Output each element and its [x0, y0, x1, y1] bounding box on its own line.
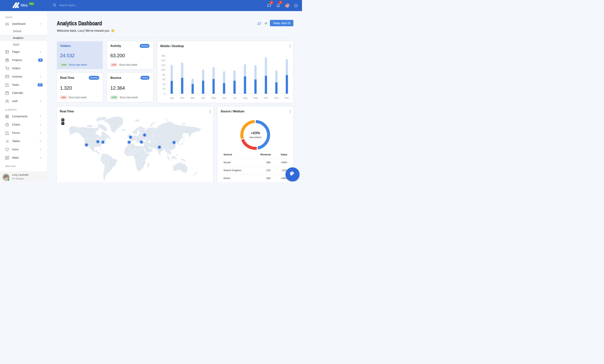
svg-text:May: May [211, 96, 216, 99]
svg-text:Apr: Apr [201, 96, 205, 99]
svg-text:Mar: Mar [190, 96, 195, 99]
svg-text:100: 100 [161, 69, 165, 71]
svg-text:80: 80 [163, 73, 165, 76]
svg-text:140: 140 [161, 59, 165, 62]
svg-text:Nov: Nov [274, 96, 278, 99]
svg-text:Jan: Jan [170, 96, 174, 99]
svg-text:160: 160 [161, 54, 165, 57]
svg-text:20: 20 [163, 88, 165, 90]
svg-text:0: 0 [164, 92, 165, 95]
svg-text:Aug: Aug [243, 96, 247, 99]
svg-text:Oct: Oct [264, 96, 268, 99]
svg-text:Jul: Jul [233, 96, 236, 99]
svg-text:Dec: Dec [285, 96, 289, 99]
svg-text:40: 40 [163, 83, 165, 86]
svg-text:Feb: Feb [180, 96, 184, 99]
svg-text:60: 60 [163, 78, 165, 81]
svg-text:120: 120 [161, 64, 165, 67]
svg-text:Jun: Jun [222, 96, 226, 99]
svg-text:Sep: Sep [253, 96, 258, 99]
